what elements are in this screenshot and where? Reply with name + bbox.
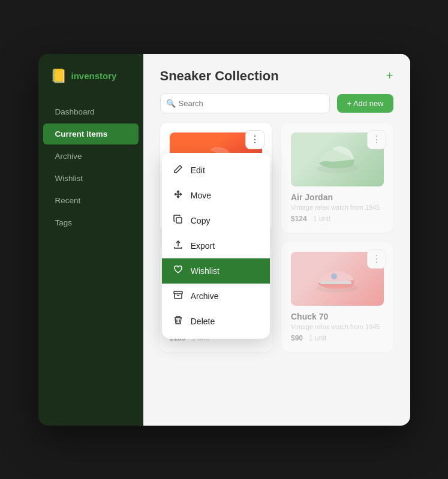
item-desc-air-jordan: Vintage relex watch from 1945 [291,204,384,211]
item-card-air-jordan: ⋮ Air Jordan Vintage relex watch from 19… [281,123,393,233]
main-content: Sneaker Collection + 🔍 + Add new [143,54,410,426]
ctx-archive[interactable]: Archive [162,284,270,309]
item-unit-air-jordan: 1 unit [313,215,330,223]
item-unit-chuck: 1 unit [309,334,326,342]
svg-point-7 [331,273,337,279]
move-icon [173,189,184,201]
sidebar-item-current-items[interactable]: Current items [43,123,139,144]
archive-icon [173,290,184,302]
three-dot-button-nike[interactable]: ⋮ [245,130,264,149]
item-card-chuck: ⋮ Chuck 70 Vintage relex watch from 1945… [281,242,393,352]
export-icon [173,240,184,252]
copy-icon [173,215,184,227]
edit-icon [173,164,184,176]
logo-area: 📒 invenstory [38,68,143,101]
ctx-delete[interactable]: Delete [162,309,270,334]
search-icon: 🔍 [166,99,176,108]
item-desc-chuck: Vintage relex watch from 1945 [291,323,384,330]
sidebar-item-tags[interactable]: Tags [43,212,139,233]
item-meta-air-jordan: $124 1 unit [291,215,384,223]
items-grid: ⋮ Nike Vintage relex watch from 1945 $15… [143,123,410,352]
ctx-edit[interactable]: Edit [162,158,270,183]
logo-text: invenstory [71,71,117,81]
sidebar-item-recent[interactable]: Recent [43,190,139,211]
app-wrapper: 📒 invenstory Dashboard Current items Arc… [38,54,410,426]
svg-rect-6 [320,281,351,284]
ctx-export[interactable]: Export [162,233,270,258]
plus-button[interactable]: + [386,69,393,83]
item-price-air-jordan: $124 [291,215,307,223]
sidebar-item-dashboard[interactable]: Dashboard [43,101,139,122]
svg-rect-2 [174,291,182,294]
item-name-chuck: Chuck 70 [291,312,384,321]
item-price-chuck: $90 [291,334,303,342]
delete-icon [173,315,184,327]
main-header: Sneaker Collection + [143,54,410,94]
ctx-move[interactable]: Move [162,183,270,208]
sidebar-item-archive[interactable]: Archive [43,146,139,167]
ctx-wishlist[interactable]: Wishlist [162,258,270,284]
page-title: Sneaker Collection [160,68,279,84]
item-name-air-jordan: Air Jordan [291,192,384,202]
wishlist-icon [173,265,184,277]
logo-icon: 📒 [50,68,67,84]
search-bar-row: 🔍 + Add new [143,94,410,123]
svg-rect-1 [176,218,182,223]
ctx-copy[interactable]: Copy [162,208,270,233]
sidebar-item-wishlist[interactable]: Wishlist [43,168,139,189]
add-new-button[interactable]: + Add new [337,94,393,113]
search-input[interactable] [160,94,330,113]
search-input-wrap: 🔍 [160,94,330,113]
item-meta-chuck: $90 1 unit [291,334,384,342]
context-menu: Edit Move [162,153,270,339]
three-dot-button-air-jordan[interactable]: ⋮ [367,130,386,149]
item-card-nike: ⋮ Nike Vintage relex watch from 1945 $15… [160,123,272,233]
three-dot-button-chuck[interactable]: ⋮ [367,249,386,269]
sidebar: 📒 invenstory Dashboard Current items Arc… [38,54,143,426]
